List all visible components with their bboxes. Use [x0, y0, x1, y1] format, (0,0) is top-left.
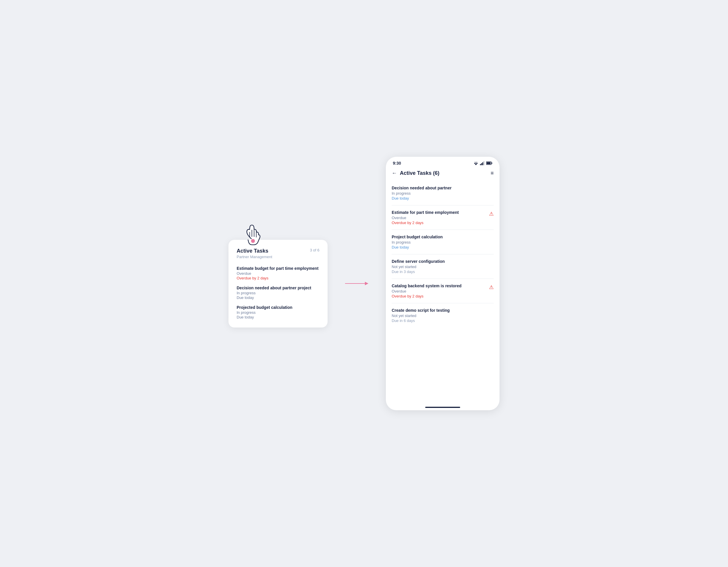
phone-task-item[interactable]: Decision needed about partner In progres… — [392, 181, 494, 205]
left-card-title: Active Tasks — [237, 248, 272, 254]
status-time: 9:30 — [393, 161, 401, 165]
svg-rect-10 — [492, 163, 493, 164]
phone-header-left: ← Active Tasks (6) — [392, 170, 439, 176]
wifi-icon — [473, 161, 479, 165]
svg-rect-8 — [483, 161, 484, 165]
status-icons — [473, 161, 493, 165]
filter-button[interactable]: ≡ — [490, 170, 494, 176]
task-status: In progress — [237, 310, 319, 315]
phone-task-content: Estimate for part time employment Overdu… — [392, 210, 489, 225]
phone-task-list: Decision needed about partner In progres… — [386, 181, 500, 402]
phone-task-item[interactable]: Estimate for part time employment Overdu… — [392, 205, 494, 230]
status-bar: 9:30 — [386, 157, 500, 168]
task-due: Due today — [237, 315, 319, 319]
phone-task-name: Define server configuration — [392, 259, 494, 264]
task-name: Projected budget calculation — [237, 305, 319, 310]
left-card-title-block: Active Tasks Partner Management — [237, 248, 272, 259]
task-due: Due today — [237, 295, 319, 300]
svg-rect-7 — [482, 162, 483, 165]
phone-task-name: Catalog backend system is restored — [392, 283, 489, 288]
left-card-header: Active Tasks Partner Management 3 of 6 — [237, 248, 319, 259]
left-task-item: Decision needed about partner project In… — [237, 286, 319, 300]
home-bar-area — [386, 402, 500, 410]
phone-task-status: In progress — [392, 191, 494, 196]
phone-header: ← Active Tasks (6) ≡ — [386, 168, 500, 181]
back-button[interactable]: ← — [392, 170, 397, 176]
svg-rect-11 — [487, 162, 491, 164]
phone-task-name: Estimate for part time employment — [392, 210, 489, 215]
warning-icon: ⚠ — [489, 284, 494, 290]
phone-task-name: Project budget calculation — [392, 235, 494, 239]
phone-task-content: Decision needed about partner In progres… — [392, 186, 494, 200]
phone-task-item[interactable]: Define server configuration Not yet star… — [392, 254, 494, 279]
home-bar — [425, 407, 460, 408]
svg-point-0 — [251, 239, 255, 243]
phone-task-item[interactable]: Project budget calculation In progress D… — [392, 230, 494, 254]
phone-task-content: Project budget calculation In progress D… — [392, 235, 494, 249]
left-card-subtitle: Partner Management — [237, 255, 272, 259]
svg-marker-2 — [365, 282, 368, 285]
phone-task-item[interactable]: Create demo script for testing Not yet s… — [392, 303, 494, 327]
swipe-arrow — [345, 281, 368, 286]
task-name: Decision needed about partner project — [237, 286, 319, 290]
phone-task-due: Due today — [392, 245, 494, 249]
phone-task-name: Decision needed about partner — [392, 186, 494, 190]
left-card-counter: 3 of 6 — [310, 248, 319, 252]
phone-task-status: Overdue — [392, 216, 489, 220]
task-status: In progress — [237, 291, 319, 295]
task-status: Overdue — [237, 271, 319, 276]
phone-task-status: Overdue — [392, 289, 489, 293]
phone-task-content: Catalog backend system is restored Overd… — [392, 283, 489, 298]
left-card-task-list: Estimate budget for part time employment… — [237, 266, 319, 319]
phone-task-due: Overdue by 2 days — [392, 221, 489, 225]
scene: Active Tasks Partner Management 3 of 6 E… — [228, 157, 500, 410]
battery-icon — [486, 161, 493, 165]
signal-icon — [480, 161, 485, 165]
phone-task-item[interactable]: Catalog backend system is restored Overd… — [392, 279, 494, 303]
task-name: Estimate budget for part time employment — [237, 266, 319, 271]
phone-task-due: Overdue by 2 days — [392, 294, 489, 298]
svg-rect-6 — [481, 163, 482, 165]
phone-task-content: Create demo script for testing Not yet s… — [392, 308, 494, 323]
svg-rect-5 — [480, 164, 481, 165]
phone-task-content: Define server configuration Not yet star… — [392, 259, 494, 274]
left-task-item: Estimate budget for part time employment… — [237, 266, 319, 280]
phone-task-due: Due in 3 days — [392, 270, 494, 274]
phone-task-name: Create demo script for testing — [392, 308, 494, 313]
phone-title: Active Tasks (6) — [400, 170, 439, 176]
hand-icon — [243, 222, 263, 247]
phone-task-due: Due in 6 days — [392, 318, 494, 323]
phone-task-status: Not yet started — [392, 265, 494, 269]
left-task-item: Projected budget calculation In progress… — [237, 305, 319, 319]
left-card: Active Tasks Partner Management 3 of 6 E… — [228, 240, 328, 327]
warning-icon: ⚠ — [489, 211, 494, 217]
phone: 9:30 — [386, 157, 500, 410]
phone-task-status: Not yet started — [392, 314, 494, 318]
task-due: Overdue by 2 days — [237, 276, 319, 280]
phone-task-status: In progress — [392, 240, 494, 244]
phone-task-due: Due today — [392, 196, 494, 200]
